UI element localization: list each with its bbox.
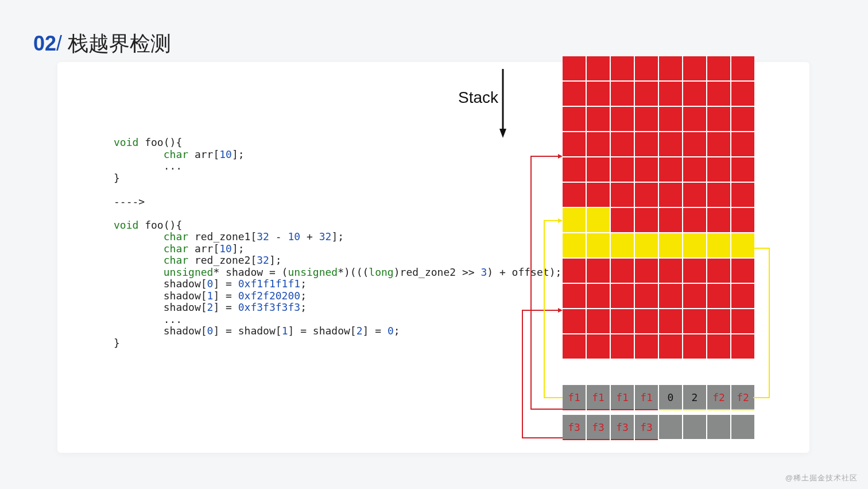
- shadow-byte: [731, 415, 754, 439]
- mem-cell-addressable: [707, 233, 730, 257]
- mem-cell-redzone: [611, 334, 634, 359]
- mem-cell-redzone: [563, 56, 586, 80]
- slide-header: 02/ 栈越界检测: [33, 30, 171, 58]
- mem-cell-redzone: [611, 132, 634, 156]
- shadow-byte: f1: [587, 385, 610, 409]
- mem-cell-redzone: [683, 259, 706, 283]
- mem-cell-redzone: [683, 284, 706, 308]
- mem-cell-redzone: [611, 107, 634, 131]
- shadow-byte: 0: [659, 385, 682, 409]
- mem-cell-redzone: [659, 284, 682, 308]
- mem-cell-redzone: [611, 157, 634, 182]
- mem-cell-redzone: [659, 132, 682, 156]
- mem-cell-redzone: [563, 259, 586, 283]
- shadow-byte: f3: [635, 415, 658, 439]
- mem-cell-redzone: [635, 309, 658, 333]
- mem-cell-redzone: [707, 56, 730, 80]
- mem-cell-redzone: [611, 56, 634, 80]
- mem-cell-redzone: [635, 107, 658, 131]
- mem-cell-redzone: [563, 309, 586, 333]
- mem-cell-addressable: [731, 233, 754, 257]
- mem-cell-addressable: [659, 233, 682, 257]
- mem-cell-redzone: [563, 334, 586, 359]
- mem-cell-redzone: [587, 259, 610, 283]
- mem-cell-redzone: [587, 183, 610, 207]
- mem-cell-addressable: [611, 233, 634, 257]
- mem-cell-redzone: [563, 183, 586, 207]
- section-number: 02: [33, 32, 56, 55]
- mem-cell-redzone: [731, 132, 754, 156]
- mem-cell-redzone: [563, 157, 586, 182]
- shadow-byte: 2: [683, 385, 706, 409]
- shadow-memory-grid: f1f1f1f102f2f2f3f3f3f3: [563, 385, 754, 439]
- shadow-byte: f2: [731, 385, 754, 409]
- mem-cell-redzone: [635, 284, 658, 308]
- memory-grid: [563, 56, 747, 359]
- mem-cell-redzone: [587, 107, 610, 131]
- mem-cell-redzone: [587, 334, 610, 359]
- mem-cell-redzone: [683, 208, 706, 232]
- shadow-byte: f1: [635, 385, 658, 409]
- mem-cell-redzone: [731, 183, 754, 207]
- mem-cell-redzone: [587, 56, 610, 80]
- mem-cell-redzone: [611, 208, 634, 232]
- mem-cell-addressable: [563, 233, 586, 257]
- svg-marker-1: [499, 129, 506, 138]
- mem-cell-redzone: [659, 56, 682, 80]
- mem-cell-redzone: [563, 284, 586, 308]
- shadow-byte: f1: [563, 385, 586, 409]
- mem-cell-redzone: [659, 334, 682, 359]
- mem-cell-redzone: [707, 259, 730, 283]
- mem-cell-redzone: [707, 107, 730, 131]
- mem-cell-redzone: [611, 183, 634, 207]
- shadow-byte: f1: [611, 385, 634, 409]
- mem-cell-redzone: [659, 157, 682, 182]
- mem-cell-redzone: [683, 82, 706, 106]
- mem-cell-redzone: [707, 309, 730, 333]
- mem-cell-redzone: [683, 157, 706, 182]
- mem-cell-redzone: [659, 107, 682, 131]
- mem-cell-redzone: [587, 132, 610, 156]
- mem-cell-redzone: [707, 183, 730, 207]
- mem-cell-addressable: [683, 233, 706, 257]
- mem-cell-redzone: [659, 82, 682, 106]
- mem-cell-addressable: [587, 233, 610, 257]
- mem-cell-redzone: [635, 132, 658, 156]
- mem-cell-redzone: [707, 208, 730, 232]
- mem-cell-redzone: [635, 82, 658, 106]
- shadow-byte: f3: [587, 415, 610, 439]
- mem-cell-redzone: [707, 334, 730, 359]
- mem-cell-redzone: [635, 259, 658, 283]
- watermark: @稀土掘金技术社区: [785, 473, 858, 483]
- shadow-byte: f2: [707, 385, 730, 409]
- mem-cell-redzone: [635, 334, 658, 359]
- mem-cell-redzone: [611, 82, 634, 106]
- mem-cell-redzone: [683, 334, 706, 359]
- mem-cell-redzone: [563, 132, 586, 156]
- mem-cell-redzone: [587, 82, 610, 106]
- mem-cell-redzone: [731, 56, 754, 80]
- mem-cell-redzone: [659, 309, 682, 333]
- shadow-byte: [659, 415, 682, 439]
- mem-cell-redzone: [731, 157, 754, 182]
- mem-cell-redzone: [563, 107, 586, 131]
- mem-cell-redzone: [635, 183, 658, 207]
- mem-cell-redzone: [707, 132, 730, 156]
- mem-cell-redzone: [611, 284, 634, 308]
- mem-cell-redzone: [635, 157, 658, 182]
- mem-cell-redzone: [707, 82, 730, 106]
- code-block: void foo(){ char arr[10]; ... } ----> vo…: [114, 137, 561, 349]
- mem-cell-redzone: [563, 82, 586, 106]
- mem-cell-redzone: [707, 284, 730, 308]
- stack-label: Stack: [458, 88, 498, 107]
- shadow-byte: f3: [611, 415, 634, 439]
- mem-cell-redzone: [731, 334, 754, 359]
- mem-cell-redzone: [635, 208, 658, 232]
- mem-cell-redzone: [611, 259, 634, 283]
- mem-cell-redzone: [587, 157, 610, 182]
- section-slash: /: [56, 32, 62, 55]
- shadow-byte: [683, 415, 706, 439]
- mem-cell-addressable: [563, 208, 586, 232]
- mem-cell-redzone: [683, 132, 706, 156]
- mem-cell-addressable: [587, 208, 610, 232]
